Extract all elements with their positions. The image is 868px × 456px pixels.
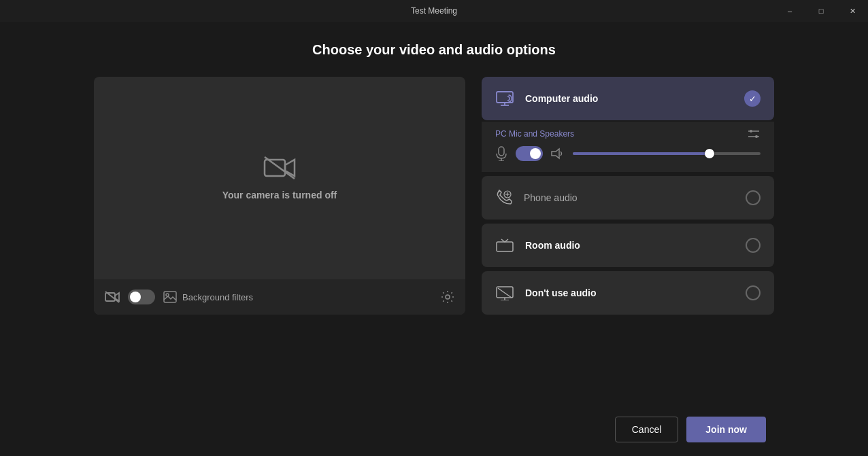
- computer-audio-icon: [495, 90, 514, 107]
- no-audio-label: Don't use audio: [525, 287, 735, 298]
- svg-rect-0: [265, 160, 285, 176]
- audio-option-none[interactable]: Don't use audio: [482, 271, 774, 315]
- audio-settings-adjust-icon[interactable]: [747, 128, 761, 139]
- svg-point-8: [446, 295, 450, 299]
- room-audio-label: Room audio: [525, 240, 735, 251]
- video-preview-area: Your camera is turned off: [94, 77, 465, 279]
- video-panel: Your camera is turned off: [94, 77, 465, 315]
- volume-slider-thumb: [705, 149, 714, 158]
- title-bar: Test Meeting – □ ✕: [0, 0, 868, 22]
- svg-rect-16: [499, 147, 504, 156]
- bottom-bar: Cancel Join now: [0, 403, 868, 456]
- background-filters-icon: [163, 291, 177, 303]
- svg-point-15: [755, 135, 758, 138]
- room-audio-radio: [746, 238, 761, 253]
- audio-option-computer[interactable]: Computer audio ✓: [482, 77, 774, 120]
- phone-audio-label: Phone audio: [524, 192, 735, 203]
- no-audio-radio: [746, 285, 761, 300]
- mic-toggle-switch[interactable]: [516, 146, 543, 161]
- main-content: Choose your video and audio options Your…: [0, 22, 868, 403]
- phone-audio-icon: [495, 189, 513, 207]
- mic-speaker-label-text: PC Mic and Speakers: [495, 129, 574, 139]
- camera-toggle-thumb: [130, 292, 141, 302]
- window-title: Test Meeting: [411, 6, 457, 16]
- window-controls: – □ ✕: [774, 0, 868, 22]
- svg-rect-3: [105, 293, 115, 301]
- camera-toggle-icon[interactable]: [105, 291, 120, 303]
- phone-audio-radio: [746, 190, 761, 205]
- audio-option-room[interactable]: Room audio: [482, 224, 774, 267]
- panels-container: Your camera is turned off: [94, 77, 774, 315]
- room-audio-icon: [495, 238, 514, 253]
- computer-audio-checkmark: ✓: [744, 90, 761, 107]
- cancel-button[interactable]: Cancel: [615, 417, 679, 442]
- join-now-button[interactable]: Join now: [686, 417, 766, 442]
- microphone-icon: [495, 146, 507, 161]
- volume-slider-fill: [573, 152, 710, 155]
- video-toolbar: Background filters: [94, 279, 465, 315]
- mic-speaker-row: PC Mic and Speakers: [482, 122, 774, 172]
- page-heading: Choose your video and audio options: [312, 42, 556, 58]
- audio-option-phone[interactable]: Phone audio: [482, 176, 774, 220]
- close-button[interactable]: ✕: [837, 0, 868, 22]
- svg-rect-23: [497, 242, 513, 251]
- maximize-button[interactable]: □: [805, 0, 837, 22]
- svg-line-27: [498, 288, 512, 298]
- background-filters-label: Background filters: [182, 292, 253, 302]
- computer-audio-label: Computer audio: [525, 93, 733, 104]
- volume-slider[interactable]: [573, 152, 761, 155]
- svg-marker-19: [552, 149, 559, 158]
- background-filters-button[interactable]: Background filters: [163, 291, 433, 303]
- camera-toggle-switch[interactable]: [128, 290, 155, 304]
- svg-point-13: [750, 130, 752, 133]
- svg-rect-6: [164, 292, 176, 302]
- mic-speaker-controls: [495, 146, 761, 161]
- mic-speaker-label-row: PC Mic and Speakers: [495, 128, 761, 139]
- camera-off-label: Your camera is turned off: [222, 190, 337, 200]
- speaker-icon: [551, 147, 565, 160]
- minimize-button[interactable]: –: [774, 0, 805, 22]
- camera-off-icon: [263, 156, 296, 180]
- settings-icon[interactable]: [441, 290, 454, 304]
- mic-toggle-thumb: [530, 148, 541, 159]
- no-audio-icon: [495, 285, 514, 300]
- audio-panel: Computer audio ✓ PC Mic and Speakers: [482, 77, 774, 315]
